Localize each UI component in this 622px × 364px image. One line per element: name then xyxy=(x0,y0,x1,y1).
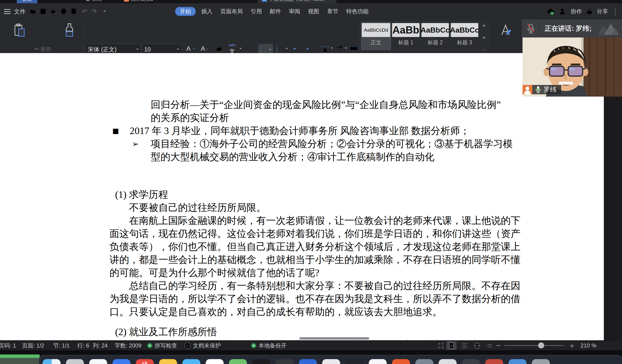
ribbon-tab[interactable]: 开始 xyxy=(175,7,196,16)
style-card-heading1[interactable]: AaBb 标题 1 xyxy=(392,23,420,49)
status-section[interactable]: 节: 1/1 xyxy=(53,341,70,350)
dock-app-icon[interactable]: 3月 xyxy=(136,359,154,364)
window-tab-docer[interactable]: 稻壳 xyxy=(81,0,106,3)
undo-icon[interactable]: ↶ xyxy=(81,3,88,19)
webcam-video[interactable]: 罗纬 xyxy=(523,37,622,97)
dock-app-icon[interactable] xyxy=(485,359,503,364)
decrease-font-icon[interactable]: A− xyxy=(201,45,209,52)
quickbar-more-icon[interactable] xyxy=(101,3,108,19)
style-card-normal[interactable]: AaBbCcDd 正文 xyxy=(361,22,391,50)
status-page-of[interactable]: 页面: 1/2 xyxy=(22,341,44,350)
status-page-number[interactable]: 页码: 1 xyxy=(0,341,16,350)
status-backup[interactable]: 本地备份开 xyxy=(251,341,287,350)
new-style-icon[interactable] xyxy=(499,23,512,37)
dock-app-icon[interactable] xyxy=(439,359,457,364)
pinyin-guide-icon[interactable]: wén 文 xyxy=(229,43,235,55)
zoom-slider-thumb[interactable] xyxy=(538,342,544,348)
web-view-button[interactable] xyxy=(472,341,482,350)
window-tab-home[interactable]: 首页 xyxy=(17,0,37,3)
format-painter-icon[interactable] xyxy=(63,23,76,38)
status-protection[interactable]: 文档未保护 xyxy=(185,341,221,350)
page-view-button[interactable] xyxy=(446,341,457,350)
cloud-saved-icon[interactable] xyxy=(546,8,555,15)
ribbon-tab[interactable]: 邮件 xyxy=(268,8,283,15)
line-break-icon[interactable] xyxy=(335,44,347,52)
zoom-in-icon[interactable]: ＋ xyxy=(568,341,576,350)
dock-app-icon[interactable] xyxy=(276,359,293,364)
window-tab-strip: 首页 稻壳 P演示文稿1 W毕业生信息（移动）.docx✕ xyxy=(0,0,622,3)
status-word-count[interactable]: 字数: 2009 xyxy=(115,341,141,350)
collaborate-icon[interactable] xyxy=(559,8,567,15)
dock-app-icon[interactable] xyxy=(532,359,550,364)
window-tab-document[interactable]: W毕业生信息（移动）.docx✕ xyxy=(258,0,336,3)
document-page[interactable]: 回归分析—关于“企业间资金的现金风险比例”与“企业自身总风险和市场风险比例” 的… xyxy=(0,53,604,340)
dock-app-icon[interactable] xyxy=(392,359,410,364)
microphone-muted-icon[interactable] xyxy=(527,23,535,34)
numbered-list-button[interactable]: 123 xyxy=(276,45,288,53)
dock-app-icon[interactable] xyxy=(322,359,340,364)
status-column[interactable]: 列: 24 xyxy=(93,341,108,350)
dock-app-icon[interactable] xyxy=(508,359,526,364)
ribbon-tab[interactable]: 特色功能 xyxy=(344,8,371,15)
dock-app-icon[interactable] xyxy=(66,359,84,364)
ribbon-tab[interactable]: 插入 xyxy=(199,8,215,15)
dock-app-icon[interactable] xyxy=(206,359,224,364)
fullscreen-icon[interactable] xyxy=(438,341,444,350)
clear-format-icon[interactable] xyxy=(215,46,223,53)
horizontal-scrollbar-thumb[interactable] xyxy=(299,337,369,340)
increase-indent-icon[interactable] xyxy=(307,45,314,52)
dock-app-icon[interactable] xyxy=(43,359,60,364)
gallery-scroll-up-icon[interactable] xyxy=(483,24,486,26)
dock-app-icon[interactable] xyxy=(252,359,270,364)
dock-app-icon[interactable] xyxy=(346,359,363,364)
collaborate-label[interactable]: 协作 xyxy=(571,8,582,15)
ribbon-tab[interactable]: 页面布局 xyxy=(218,8,245,15)
increase-font-icon[interactable]: A＋ xyxy=(186,45,196,52)
print-icon[interactable] xyxy=(60,3,67,19)
zoom-out-icon[interactable]: − xyxy=(496,341,501,350)
close-icon[interactable]: ✕ xyxy=(329,0,332,2)
dock-app-icon[interactable] xyxy=(299,359,317,364)
zoom-level[interactable]: 210 % xyxy=(581,341,596,350)
dock-app-icon[interactable] xyxy=(229,359,247,364)
output-convert-icon[interactable] xyxy=(50,3,57,19)
window-tab-presentation[interactable]: P演示文稿1 xyxy=(120,0,157,3)
hamburger-menu-icon[interactable] xyxy=(3,3,11,19)
status-line[interactable]: 行: 6 xyxy=(77,341,89,350)
redo-icon[interactable]: ↷ xyxy=(91,3,98,19)
dock-app-icon[interactable] xyxy=(159,359,177,364)
pinyin-dropdown-icon[interactable] xyxy=(239,48,242,49)
document-line: 型的大型机械交易的营业收入分析；④审计工作底稿制作的自动化 xyxy=(0,150,604,164)
ribbon-tab[interactable]: 视图 xyxy=(306,8,321,15)
dock-app-icon[interactable] xyxy=(462,359,480,364)
status-spellcheck[interactable]: 拼写检查 xyxy=(147,341,177,350)
style-card-heading2[interactable]: AaBbCc 标题 2 xyxy=(421,23,449,49)
cut-button[interactable]: ✂剪切 xyxy=(34,46,51,53)
dock-app-icon[interactable] xyxy=(113,359,131,364)
eye-protect-button[interactable] xyxy=(485,341,495,350)
ruler-icon[interactable] xyxy=(350,45,358,52)
dock-app-icon[interactable] xyxy=(415,359,433,364)
zoom-slider-track[interactable] xyxy=(504,345,564,346)
paste-icon[interactable] xyxy=(14,23,26,38)
style-card-heading3[interactable]: AaBbCc 标题 3 xyxy=(451,23,478,49)
open-file-icon[interactable] xyxy=(29,3,36,19)
char-spacing-icon[interactable] xyxy=(321,44,333,52)
file-menu-button[interactable]: 文件 xyxy=(14,3,26,19)
gallery-more-icon[interactable] xyxy=(483,50,486,51)
ribbon-tab[interactable]: 章节 xyxy=(325,8,341,15)
decrease-indent-icon[interactable] xyxy=(293,45,301,52)
find-replace-icon[interactable] xyxy=(70,3,77,19)
save-icon[interactable] xyxy=(39,3,47,19)
dock-app-icon[interactable] xyxy=(89,359,107,364)
gallery-scroll-down-icon[interactable] xyxy=(483,37,486,39)
dock-app-icon[interactable] xyxy=(182,359,200,364)
ribbon-tab[interactable]: 引用 xyxy=(248,8,264,15)
more-options-icon[interactable]: ⋮ xyxy=(612,7,619,16)
ribbon-tab[interactable]: 审阅 xyxy=(287,8,302,15)
style-sample: AaBbCc xyxy=(421,23,449,37)
share-label[interactable]: 分享 xyxy=(597,8,608,15)
share-icon[interactable] xyxy=(586,8,593,15)
dock-app-icon[interactable] xyxy=(369,359,387,364)
outline-view-button[interactable] xyxy=(459,341,470,350)
